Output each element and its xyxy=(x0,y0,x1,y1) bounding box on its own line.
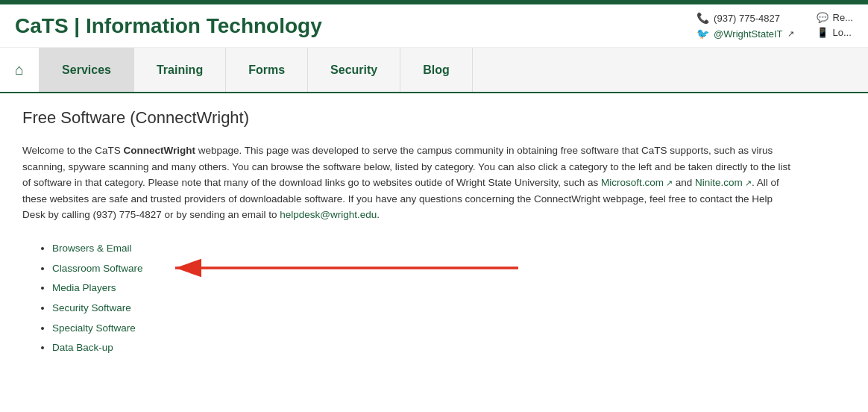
report-label: Re... xyxy=(833,12,853,23)
browsers-email-label: Browsers & Email xyxy=(52,243,132,254)
twitter-icon: 🐦 xyxy=(696,28,709,40)
main-content: Free Software (ConnectWright) Welcome to… xyxy=(0,93,820,372)
list-item-specialty: Specialty Software xyxy=(52,318,798,338)
specialty-software-link[interactable]: Specialty Software xyxy=(52,322,136,334)
nav-security[interactable]: Security xyxy=(308,48,400,92)
twitter-row: 🐦 @WrightStateIT ↗ xyxy=(696,28,793,40)
login-icon: 📱 xyxy=(817,27,828,38)
list-item-backup: Data Back-up xyxy=(52,337,798,358)
report-row: 💬 Re... xyxy=(817,12,853,23)
twitter-link[interactable]: @WrightStateIT xyxy=(714,28,782,40)
software-list: Browsers & Email Classroom Software xyxy=(22,238,798,358)
data-backup-link[interactable]: Data Back-up xyxy=(52,342,113,353)
ninite-link[interactable]: Ninite.com xyxy=(695,177,752,188)
data-backup-label: Data Back-up xyxy=(52,342,113,353)
phone-number: (937) 775-4827 xyxy=(714,13,780,24)
intro-end: . xyxy=(377,209,380,220)
intro-and-text: and xyxy=(676,177,695,188)
security-software-label: Security Software xyxy=(52,302,131,313)
site-title: CaTS | Information Technology xyxy=(15,14,322,38)
media-players-label: Media Players xyxy=(52,282,116,293)
login-row: 📱 Lo... xyxy=(817,27,853,38)
contact-info: 📞 (937) 775-4827 🐦 @WrightStateIT ↗ xyxy=(696,12,793,40)
nav-training[interactable]: Training xyxy=(134,48,226,92)
header-actions: 💬 Re... 📱 Lo... xyxy=(817,12,853,38)
nav-forms-label: Forms xyxy=(248,63,285,77)
list-item-security: Security Software xyxy=(52,298,798,318)
classroom-software-link[interactable]: Classroom Software xyxy=(52,263,143,274)
specialty-software-label: Specialty Software xyxy=(52,322,136,334)
list-item-media: Media Players xyxy=(52,278,798,298)
classroom-software-label: Classroom Software xyxy=(52,263,143,274)
intro-paragraph: Welcome to the CaTS ConnectWright webpag… xyxy=(22,143,798,223)
nav-blog-label: Blog xyxy=(423,63,450,77)
phone-icon: 📞 xyxy=(696,12,709,24)
ext-icon-twitter: ↗ xyxy=(787,29,794,39)
intro-text-part1: Welcome to the CaTS xyxy=(22,145,124,156)
report-icon: 💬 xyxy=(817,12,828,23)
classroom-arrow-annotation xyxy=(168,259,526,277)
login-label: Lo... xyxy=(833,27,852,38)
page-title: Free Software (ConnectWright) xyxy=(22,108,798,128)
nav-home[interactable]: ⌂ xyxy=(0,48,40,92)
nav-services-label: Services xyxy=(62,63,111,77)
nav-training-label: Training xyxy=(157,63,203,77)
home-icon: ⌂ xyxy=(15,61,24,78)
nav-security-label: Security xyxy=(330,63,377,77)
microsoft-link[interactable]: Microsoft.com xyxy=(601,177,673,188)
phone-row: 📞 (937) 775-4827 xyxy=(696,12,793,24)
header: CaTS | Information Technology 📞 (937) 77… xyxy=(0,4,868,48)
main-nav: ⌂ Services Training Forms Security Blog xyxy=(0,48,868,93)
nav-forms[interactable]: Forms xyxy=(226,48,308,92)
nav-blog[interactable]: Blog xyxy=(400,48,473,92)
header-contact: 📞 (937) 775-4827 🐦 @WrightStateIT ↗ 💬 Re… xyxy=(696,12,853,40)
site-title-text: CaTS | Information Technology xyxy=(15,14,322,37)
list-item-browsers: Browsers & Email xyxy=(52,238,798,258)
list-item-classroom: Classroom Software xyxy=(52,258,798,278)
intro-bold: ConnectWright xyxy=(124,145,196,156)
helpdesk-email[interactable]: helpdesk@wright.edu xyxy=(280,209,377,220)
browsers-email-link[interactable]: Browsers & Email xyxy=(52,243,132,254)
media-players-link[interactable]: Media Players xyxy=(52,282,116,293)
nav-services[interactable]: Services xyxy=(40,48,134,92)
security-software-link[interactable]: Security Software xyxy=(52,302,131,313)
